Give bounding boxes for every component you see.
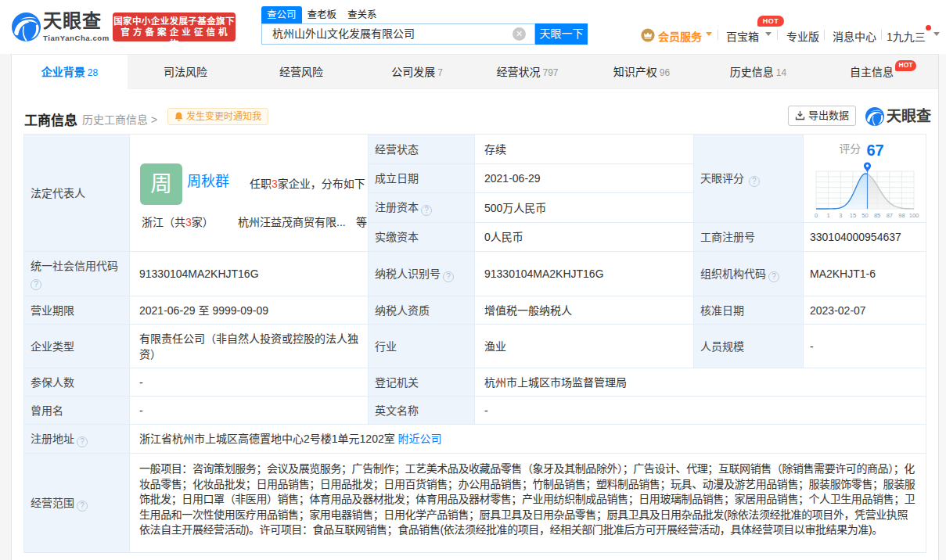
svg-text:98: 98 <box>898 212 905 219</box>
svg-text:3: 3 <box>839 212 842 219</box>
svg-text:1: 1 <box>827 212 830 219</box>
svg-text:15: 15 <box>850 212 856 219</box>
svg-text:87: 87 <box>887 212 893 219</box>
svg-text:0: 0 <box>815 212 818 219</box>
svg-text:50: 50 <box>861 212 868 219</box>
svg-text:100: 100 <box>909 212 919 219</box>
svg-text:85: 85 <box>874 212 880 219</box>
